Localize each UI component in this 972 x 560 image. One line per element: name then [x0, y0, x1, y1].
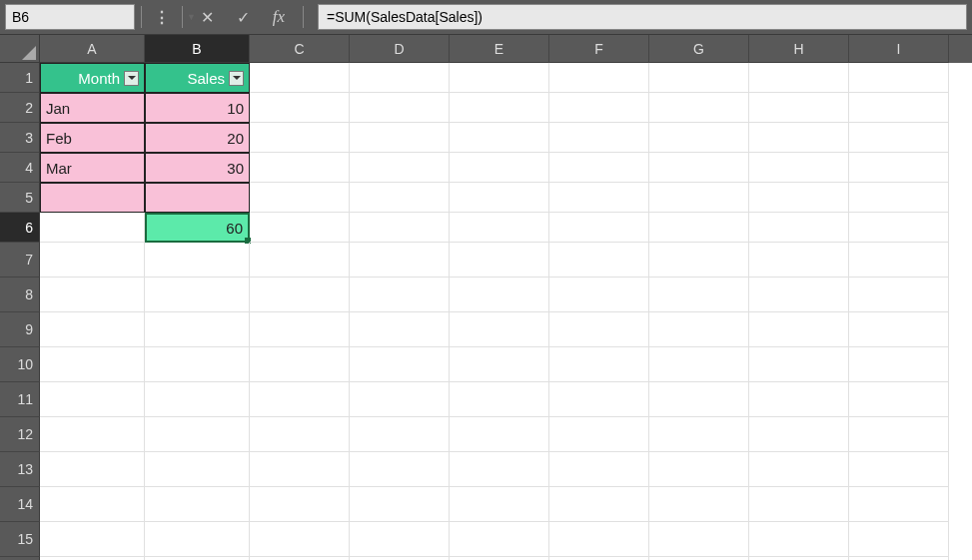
cell-C11[interactable] [250, 382, 350, 417]
cell-C14[interactable] [250, 487, 350, 522]
cell-E11[interactable] [450, 382, 549, 417]
cell-I11[interactable] [849, 382, 949, 417]
cell-C13[interactable] [250, 452, 350, 487]
cell-I3[interactable] [849, 123, 949, 153]
cell-A15[interactable] [40, 522, 145, 557]
cell-A7[interactable] [40, 243, 145, 278]
cell-C3[interactable] [250, 123, 350, 153]
cell-E8[interactable] [450, 278, 549, 312]
cell-D8[interactable] [350, 278, 450, 312]
cell-I13[interactable] [849, 452, 949, 487]
cell-D4[interactable] [350, 153, 450, 183]
cell-E5[interactable] [450, 183, 549, 213]
cells-area[interactable]: MonthSalesJan10Feb20Mar3060 [40, 63, 972, 560]
cell-G15[interactable] [649, 522, 749, 557]
cell-A13[interactable] [40, 452, 145, 487]
cell-H3[interactable] [749, 123, 849, 153]
cell-B3[interactable]: 20 [145, 123, 250, 153]
cell-B9[interactable] [145, 312, 250, 347]
column-header-G[interactable]: G [649, 35, 749, 63]
cell-F15[interactable] [549, 522, 649, 557]
row-header-13[interactable]: 13 [0, 452, 40, 487]
cell-G3[interactable] [649, 123, 749, 153]
filter-dropdown-icon[interactable] [229, 71, 244, 86]
cell-E15[interactable] [450, 522, 549, 557]
formula-input-container[interactable] [318, 4, 967, 30]
enter-button[interactable]: ✓ [225, 4, 261, 30]
cell-D11[interactable] [350, 382, 450, 417]
cell-B6[interactable]: 60 [145, 213, 250, 243]
cell-B8[interactable] [145, 278, 250, 312]
cell-D12[interactable] [350, 417, 450, 452]
cell-E3[interactable] [450, 123, 549, 153]
row-header-11[interactable]: 11 [0, 382, 40, 417]
cell-G7[interactable] [649, 243, 749, 278]
cell-F1[interactable] [549, 63, 649, 93]
cell-B15[interactable] [145, 522, 250, 557]
cell-B1[interactable]: Sales [145, 63, 250, 93]
row-header-2[interactable]: 2 [0, 93, 40, 123]
cell-H4[interactable] [749, 153, 849, 183]
row-header-6[interactable]: 6 [0, 213, 40, 243]
cell-A1[interactable]: Month [40, 63, 145, 93]
cancel-button[interactable]: ✕ [189, 4, 225, 30]
cell-B7[interactable] [145, 243, 250, 278]
cell-H13[interactable] [749, 452, 849, 487]
cell-A9[interactable] [40, 312, 145, 347]
cell-G12[interactable] [649, 417, 749, 452]
cell-A8[interactable] [40, 278, 145, 312]
row-header-8[interactable]: 8 [0, 278, 40, 312]
cell-A12[interactable] [40, 417, 145, 452]
cell-C8[interactable] [250, 278, 350, 312]
cell-F3[interactable] [549, 123, 649, 153]
cell-E2[interactable] [450, 93, 549, 123]
cell-H5[interactable] [749, 183, 849, 213]
column-header-D[interactable]: D [350, 35, 450, 63]
cell-C10[interactable] [250, 347, 350, 382]
cell-A3[interactable]: Feb [40, 123, 145, 153]
cell-D2[interactable] [350, 93, 450, 123]
row-header-1[interactable]: 1 [0, 63, 40, 93]
cell-I14[interactable] [849, 487, 949, 522]
cell-H14[interactable] [749, 487, 849, 522]
cell-I9[interactable] [849, 312, 949, 347]
cell-G8[interactable] [649, 278, 749, 312]
cell-D13[interactable] [350, 452, 450, 487]
cell-E12[interactable] [450, 417, 549, 452]
cell-I4[interactable] [849, 153, 949, 183]
column-header-B[interactable]: B [145, 35, 250, 63]
cell-B12[interactable] [145, 417, 250, 452]
cell-B14[interactable] [145, 487, 250, 522]
cell-D9[interactable] [350, 312, 450, 347]
cell-E6[interactable] [450, 213, 549, 243]
cell-B2[interactable]: 10 [145, 93, 250, 123]
cell-G4[interactable] [649, 153, 749, 183]
cell-E9[interactable] [450, 312, 549, 347]
cell-I12[interactable] [849, 417, 949, 452]
cell-H2[interactable] [749, 93, 849, 123]
row-header-7[interactable]: 7 [0, 243, 40, 278]
cell-H10[interactable] [749, 347, 849, 382]
cell-B13[interactable] [145, 452, 250, 487]
cell-B4[interactable]: 30 [145, 153, 250, 183]
filter-dropdown-icon[interactable] [124, 71, 139, 86]
cell-A6[interactable] [40, 213, 145, 243]
cell-C12[interactable] [250, 417, 350, 452]
cell-C2[interactable] [250, 93, 350, 123]
row-header-15[interactable]: 15 [0, 522, 40, 557]
cell-I5[interactable] [849, 183, 949, 213]
cell-A5[interactable] [40, 183, 145, 213]
cell-I10[interactable] [849, 347, 949, 382]
cell-G9[interactable] [649, 312, 749, 347]
cell-A10[interactable] [40, 347, 145, 382]
cell-H12[interactable] [749, 417, 849, 452]
cell-G1[interactable] [649, 63, 749, 93]
cell-G13[interactable] [649, 452, 749, 487]
cell-E4[interactable] [450, 153, 549, 183]
column-header-I[interactable]: I [849, 35, 949, 63]
cell-H9[interactable] [749, 312, 849, 347]
cell-C15[interactable] [250, 522, 350, 557]
cell-H7[interactable] [749, 243, 849, 278]
cell-F5[interactable] [549, 183, 649, 213]
cell-D7[interactable] [350, 243, 450, 278]
